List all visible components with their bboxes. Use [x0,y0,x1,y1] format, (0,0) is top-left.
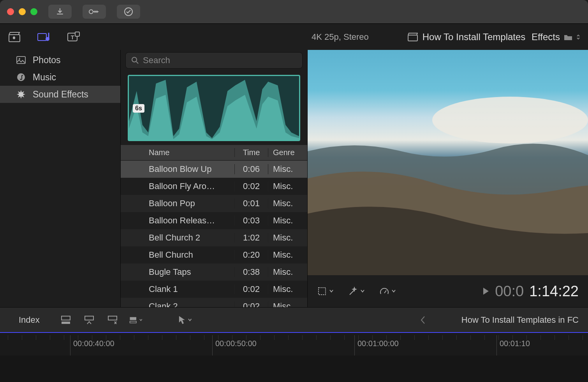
viewer-panel: 00:01:14:22 [308,50,588,307]
close-window-button[interactable] [7,8,14,15]
timecode-prefix: 00:0 [495,283,524,300]
table-row[interactable]: Bell Church 21:02Misc. [121,229,307,246]
search-icon [131,57,139,64]
table-row[interactable]: Balloon Pop0:01Misc. [121,195,307,212]
cell-time: 0:01 [235,198,268,209]
table-row[interactable]: Bell Church0:20Misc. [121,246,307,264]
crop-icon [317,286,327,296]
cell-genre: Misc. [268,250,307,260]
libraries-tab[interactable] [8,30,21,44]
table-row[interactable]: Clank 20:02Misc. [121,298,307,307]
cell-time: 1:02 [235,233,268,243]
table-row[interactable]: Balloon Fly Aro…0:02Misc. [121,178,307,195]
chevron-left-icon[interactable] [420,316,426,324]
music-icon [16,72,26,83]
enhance-tool-button[interactable] [348,286,364,296]
column-name[interactable]: Name [145,148,235,157]
cell-genre: Misc. [268,198,307,209]
folder-icon [564,33,572,41]
table-header: Name Time Genre [121,145,307,161]
titles-generators-tab[interactable]: T [67,30,80,44]
cell-genre: Misc. [268,181,307,191]
viewer-header: 4K 25p, Stereo How To Install Templates [312,24,525,50]
table-row[interactable]: Clank 10:02Misc. [121,281,307,298]
cell-name: Bell Church [145,250,235,260]
svg-point-12 [132,57,137,62]
table-row[interactable]: Balloon Blow Up0:06Misc. [121,161,307,178]
titles-icon: T [67,32,80,42]
photos-music-icon [37,31,51,43]
project-title-text: How To Install Templates [423,32,526,42]
append-clip-button[interactable] [106,313,119,327]
svg-rect-19 [130,317,136,320]
transform-tool-button[interactable] [317,286,333,296]
table-row[interactable]: Balloon Releas…0:03Misc. [121,212,307,229]
timecode-display[interactable]: 00:01:14:22 [482,283,579,300]
photos-icon [16,55,26,65]
sidebar-item-label: Music [33,72,56,83]
column-time[interactable]: Time [235,148,268,157]
media-sidebar: Photos Music Sound Effects [0,50,121,307]
waveform-preview[interactable]: 6s [128,75,300,141]
sidebar-item-music[interactable]: Music [0,69,120,86]
photos-music-tab[interactable] [37,30,51,44]
sidebar-item-label: Photos [33,55,61,65]
connect-clip-button[interactable] [59,313,72,327]
project-title[interactable]: How To Install Templates [408,32,526,42]
insert-clip-button[interactable] [83,313,96,327]
background-tasks-button[interactable] [117,5,140,19]
search-placeholder: Search [143,55,170,65]
cell-name: Bugle Taps [145,267,235,277]
svg-text:T: T [71,34,74,41]
minimize-window-button[interactable] [19,8,26,15]
timeline-project-title[interactable]: How To Install Templates in FC [461,315,579,325]
svg-rect-16 [62,322,70,324]
waveform-duration-label: 6s [133,104,144,113]
search-input[interactable]: Search [125,52,303,69]
cell-name: Balloon Blow Up [145,164,235,174]
table-row[interactable]: Bugle Taps0:38Misc. [121,264,307,281]
sidebar-item-sound-effects[interactable]: Sound Effects [0,86,120,103]
svg-rect-17 [85,316,93,320]
window-titlebar [0,0,588,23]
burst-icon [16,89,26,100]
column-genre[interactable]: Genre [268,148,307,157]
transport-bar: 00:01:14:22 [308,275,588,307]
clapperboard-icon [9,32,20,42]
timeline-index-button[interactable]: Index [9,315,49,325]
updown-chevron-icon [576,34,580,41]
chevron-down-icon [329,290,333,293]
timecode-main: 1:14:22 [529,283,579,300]
effects-category-dropdown[interactable]: Effects [532,32,580,42]
cell-time: 0:20 [235,250,268,260]
cell-genre: Misc. [268,301,307,307]
cell-time: 0:03 [235,216,268,226]
viewer-canvas[interactable] [308,50,588,275]
timeline-body[interactable] [0,355,588,382]
cell-time: 0:02 [235,301,268,307]
import-button[interactable] [48,5,72,19]
format-label: 4K 25p, Stereo [312,32,369,42]
cell-name: Balloon Pop [145,198,235,209]
overwrite-clip-button[interactable] [129,313,143,327]
fullscreen-window-button[interactable] [30,8,37,15]
svg-rect-18 [108,316,117,320]
svg-rect-3 [38,34,46,41]
chevron-down-icon [361,290,364,293]
sidebar-item-photos[interactable]: Photos [0,51,120,69]
timeline-ruler[interactable]: 00:00:40:0000:00:50:0000:01:00:0000:01:1… [0,332,588,355]
cell-name: Clank 2 [145,301,235,307]
magic-wand-icon [348,286,358,296]
chevron-down-icon [392,290,396,293]
select-tool-button[interactable] [178,313,192,327]
table-body: Balloon Blow Up0:06Misc.Balloon Fly Aro…… [121,161,307,307]
svg-rect-20 [130,321,136,323]
ruler-label: 00:00:50:00 [215,339,257,348]
effects-label: Effects [532,32,560,42]
cell-genre: Misc. [268,164,307,174]
retime-tool-button[interactable] [379,286,396,296]
cell-time: 0:02 [235,181,268,191]
keyword-button[interactable] [83,5,106,19]
cell-name: Balloon Releas… [145,216,235,226]
checkmark-circle-icon [124,7,133,16]
